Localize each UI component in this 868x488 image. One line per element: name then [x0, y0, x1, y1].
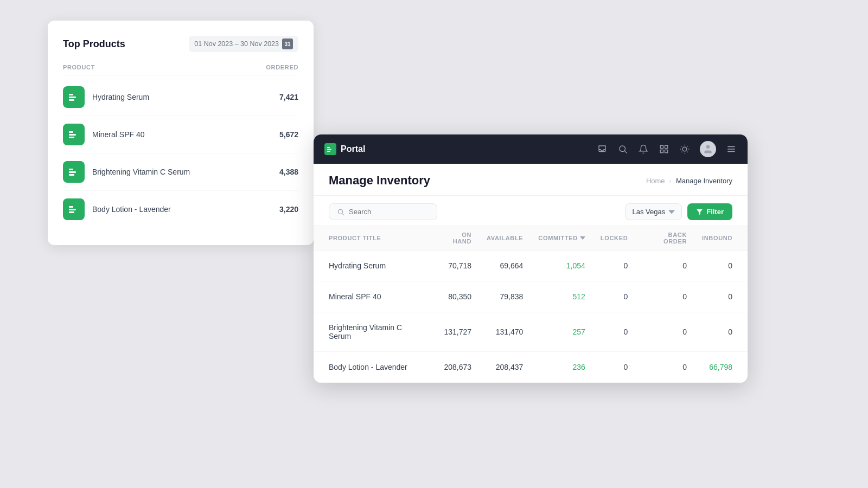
- toolbar-right: Las Vegas Filter: [625, 203, 732, 220]
- breadcrumb-separator: ›: [669, 177, 672, 185]
- col-locked: LOCKED: [601, 226, 643, 251]
- committed-cell: 236: [538, 352, 601, 383]
- grid-icon[interactable]: [659, 144, 669, 155]
- available-cell: 79,838: [487, 281, 538, 312]
- product-row-left: Body Lotion - Lavender: [63, 198, 171, 220]
- product-row-left: Hydrating Serum: [63, 86, 149, 108]
- svg-point-21: [682, 147, 687, 151]
- avatar[interactable]: [700, 141, 716, 157]
- locked-cell: 0: [601, 251, 643, 281]
- svg-line-29: [687, 146, 688, 146]
- product-icon: [63, 86, 85, 108]
- date-range-badge[interactable]: 01 Nov 2023 – 30 Nov 2023 31: [189, 36, 298, 52]
- svg-line-25: [687, 152, 688, 152]
- table-header-row: PRODUCT TITLE ON HAND AVAILABLE COMMITTE…: [314, 226, 748, 251]
- product-name: Hydrating Serum: [92, 93, 149, 101]
- available-cell: 131,470: [487, 312, 538, 352]
- col-inbound: INBOUND: [702, 226, 748, 251]
- search-box[interactable]: [329, 203, 437, 220]
- locked-cell: 0: [601, 352, 643, 383]
- portal-page-header: Manage Inventory Home › Manage Inventory: [314, 164, 748, 196]
- svg-rect-8: [69, 174, 74, 176]
- list-item: Hydrating Serum 7,421: [63, 79, 298, 116]
- available-cell: 69,664: [487, 251, 538, 281]
- ordered-value: 5,672: [279, 130, 298, 139]
- svg-rect-10: [69, 209, 76, 210]
- col-available: AVAILABLE: [487, 226, 538, 251]
- filter-button[interactable]: Filter: [687, 203, 732, 220]
- calendar-icon: 31: [282, 38, 293, 49]
- svg-line-24: [681, 146, 682, 146]
- back-order-cell: 0: [643, 251, 702, 281]
- breadcrumb-home[interactable]: Home: [646, 177, 665, 185]
- committed-cell: 512: [538, 281, 601, 312]
- product-svg-icon: [68, 203, 80, 215]
- back-order-cell: 0: [643, 281, 702, 312]
- portal-logo-icon: [324, 143, 336, 155]
- filter-icon: [696, 208, 703, 215]
- product-name: Body Lotion - Lavender: [92, 205, 171, 214]
- ordered-col-header: ORDERED: [266, 64, 298, 70]
- svg-rect-7: [69, 171, 76, 173]
- svg-rect-9: [69, 206, 73, 208]
- product-icon: [63, 124, 85, 145]
- product-icon: [63, 198, 85, 220]
- svg-rect-1: [69, 97, 76, 98]
- inbound-cell: 0: [702, 281, 748, 312]
- filter-label: Filter: [706, 208, 724, 216]
- product-svg-icon: [68, 129, 80, 140]
- back-order-cell: 0: [643, 312, 702, 352]
- svg-rect-18: [665, 145, 668, 148]
- ordered-value: 7,421: [279, 93, 298, 101]
- locked-cell: 0: [601, 281, 643, 312]
- svg-point-34: [338, 209, 342, 214]
- sun-icon[interactable]: [679, 144, 690, 155]
- table-row: Hydrating Serum 70,718 69,664 1,054 0 0 …: [314, 251, 748, 281]
- product-icon: [63, 161, 85, 183]
- product-svg-icon: [68, 91, 80, 103]
- inventory-table-body: Hydrating Serum 70,718 69,664 1,054 0 0 …: [314, 251, 748, 383]
- hamburger-icon[interactable]: [726, 144, 737, 155]
- portal-topbar: Portal: [314, 134, 748, 164]
- search-box-icon: [337, 208, 344, 216]
- portal-logo: Portal: [324, 143, 365, 155]
- svg-rect-13: [327, 149, 331, 150]
- table-row: Brightening Vitamin C Serum 131,727 131,…: [314, 312, 748, 352]
- committed-cell: 1,054: [538, 251, 601, 281]
- on-hand-cell: 208,673: [441, 352, 487, 383]
- location-select[interactable]: Las Vegas: [625, 203, 682, 220]
- svg-rect-4: [69, 134, 76, 136]
- bell-icon[interactable]: [638, 144, 649, 155]
- list-item: Mineral SPF 40 5,672: [63, 116, 298, 153]
- svg-point-30: [706, 145, 710, 149]
- list-item: Body Lotion - Lavender 3,220: [63, 191, 298, 228]
- svg-rect-19: [660, 150, 663, 153]
- available-cell: 208,437: [487, 352, 538, 383]
- inbox-icon[interactable]: [597, 144, 608, 155]
- product-row-left: Brightening Vitamin C Serum: [63, 161, 190, 183]
- locked-cell: 0: [601, 312, 643, 352]
- svg-rect-2: [69, 99, 74, 101]
- product-row-left: Mineral SPF 40: [63, 124, 144, 145]
- inbound-cell: 0: [702, 251, 748, 281]
- page-title: Manage Inventory: [329, 174, 430, 188]
- product-name: Mineral SPF 40: [92, 130, 144, 139]
- search-icon[interactable]: [617, 144, 628, 155]
- top-products-header: Top Products 01 Nov 2023 – 30 Nov 2023 3…: [63, 36, 298, 52]
- col-committed[interactable]: COMMITTED: [538, 226, 601, 251]
- date-range-text: 01 Nov 2023 – 30 Nov 2023: [194, 40, 279, 48]
- back-order-cell: 0: [643, 352, 702, 383]
- svg-line-16: [624, 151, 627, 153]
- portal-logo-text: Portal: [341, 144, 365, 154]
- product-col-header: PRODUCT: [63, 64, 95, 70]
- ordered-value: 3,220: [279, 205, 298, 214]
- svg-rect-12: [327, 147, 330, 148]
- svg-rect-20: [665, 150, 668, 153]
- product-title-cell: Body Lotion - Lavender: [314, 352, 441, 383]
- breadcrumb: Home › Manage Inventory: [646, 177, 732, 185]
- svg-line-28: [681, 152, 682, 152]
- search-input[interactable]: [349, 208, 429, 216]
- top-products-columns: PRODUCT ORDERED: [63, 64, 298, 75]
- col-back-order: BACK ORDER: [643, 226, 702, 251]
- on-hand-cell: 80,350: [441, 281, 487, 312]
